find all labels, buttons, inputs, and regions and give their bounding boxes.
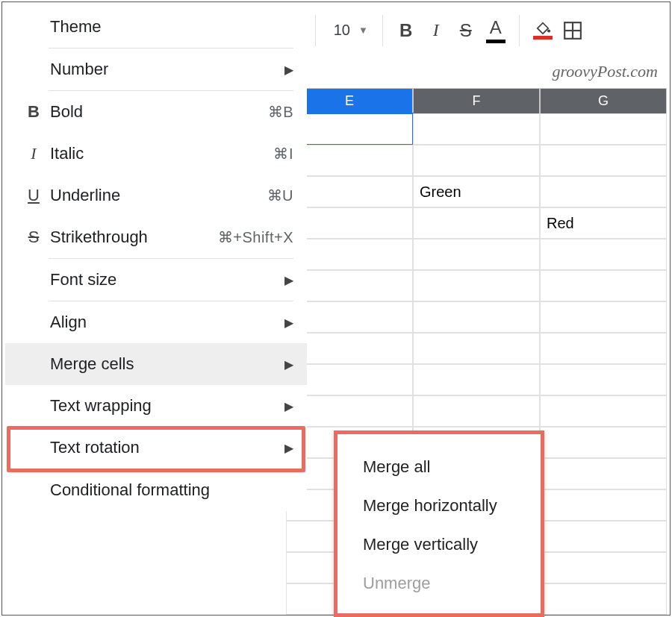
submenu-merge-all[interactable]: Merge all — [337, 448, 541, 486]
menu-item-bold[interactable]: B Bold ⌘B — [5, 91, 307, 133]
cell-f2[interactable] — [413, 145, 540, 176]
text-color-button[interactable]: A — [481, 17, 511, 43]
menu-item-strikethrough[interactable]: S Strikethrough ⌘+Shift+X — [5, 216, 307, 258]
cell[interactable] — [413, 395, 540, 427]
column-header-f[interactable]: F — [413, 88, 540, 113]
font-size-value: 10 — [330, 22, 354, 39]
format-menu: Theme Number ▶ B Bold ⌘B I Italic ⌘I U U… — [5, 6, 307, 511]
merge-cells-submenu: Merge all Merge horizontally Merge verti… — [334, 430, 544, 617]
menu-item-number[interactable]: Number ▶ — [5, 48, 307, 90]
submenu-arrow-icon: ▶ — [284, 441, 293, 455]
attribution-watermark: groovyPost.com — [552, 62, 658, 81]
cell[interactable] — [540, 458, 667, 489]
cell[interactable] — [540, 239, 667, 270]
svg-point-0 — [547, 29, 550, 32]
cell[interactable] — [540, 521, 667, 552]
cell-g1[interactable] — [540, 113, 667, 145]
menu-item-align[interactable]: Align ▶ — [5, 301, 307, 343]
menu-item-theme[interactable]: Theme — [5, 6, 307, 48]
paint-bucket-icon — [535, 21, 551, 34]
cell-g4[interactable]: Red — [540, 207, 667, 239]
toolbar-separator — [382, 15, 383, 46]
menu-item-font-size[interactable]: Font size ▶ — [5, 259, 307, 301]
italic-icon: I — [19, 144, 49, 163]
underline-icon: U — [19, 186, 49, 205]
cell[interactable] — [413, 364, 540, 395]
cell-f3[interactable]: Green — [413, 176, 540, 207]
cell[interactable] — [540, 395, 667, 427]
cell[interactable] — [540, 489, 667, 521]
borders-icon — [563, 21, 582, 40]
menu-item-italic[interactable]: I Italic ⌘I — [5, 133, 307, 175]
bold-button[interactable]: B — [391, 20, 421, 41]
column-header-g[interactable]: G — [540, 88, 667, 113]
strikethrough-button[interactable]: S — [451, 20, 481, 41]
cell[interactable] — [540, 364, 667, 395]
toolbar: ▼ 10 ▼ B I S A — [297, 13, 666, 47]
chevron-down-icon: ▼ — [358, 25, 368, 36]
submenu-arrow-icon: ▶ — [284, 316, 293, 330]
toolbar-separator — [315, 15, 316, 46]
cell[interactable] — [540, 301, 667, 333]
cell[interactable] — [413, 333, 540, 364]
bold-icon: B — [19, 102, 49, 122]
submenu-arrow-icon: ▶ — [284, 399, 293, 413]
submenu-arrow-icon: ▶ — [284, 357, 293, 372]
cell[interactable] — [540, 333, 667, 364]
menu-item-conditional-formatting[interactable]: Conditional formatting — [5, 469, 307, 511]
toolbar-separator — [519, 15, 520, 46]
submenu-arrow-icon: ▶ — [284, 273, 293, 287]
cell[interactable] — [540, 552, 667, 583]
italic-button[interactable]: I — [421, 20, 451, 40]
cell[interactable] — [413, 301, 540, 333]
cell-g2[interactable] — [540, 145, 667, 176]
cell[interactable] — [413, 239, 540, 270]
strikethrough-icon: S — [19, 228, 49, 247]
font-size-dropdown[interactable]: 10 ▼ — [324, 22, 374, 39]
borders-button[interactable] — [558, 21, 588, 40]
submenu-arrow-icon: ▶ — [284, 63, 293, 77]
fill-color-button[interactable] — [528, 21, 558, 40]
cell[interactable] — [413, 270, 540, 301]
menu-item-text-wrapping[interactable]: Text wrapping ▶ — [5, 385, 307, 427]
submenu-merge-vertically[interactable]: Merge vertically — [337, 525, 541, 564]
menu-item-underline[interactable]: U Underline ⌘U — [5, 175, 307, 216]
menu-item-text-rotation[interactable]: Text rotation ▶ — [5, 427, 307, 469]
cell[interactable] — [540, 583, 667, 615]
cell[interactable] — [540, 270, 667, 301]
cell-f1[interactable] — [413, 113, 540, 145]
submenu-merge-horizontally[interactable]: Merge horizontally — [337, 486, 541, 525]
submenu-unmerge: Unmerge — [337, 564, 541, 603]
cell-f4[interactable] — [413, 207, 540, 239]
cell-g3[interactable] — [540, 176, 667, 207]
cell[interactable] — [540, 427, 667, 458]
menu-item-merge-cells[interactable]: Merge cells ▶ — [5, 343, 307, 385]
